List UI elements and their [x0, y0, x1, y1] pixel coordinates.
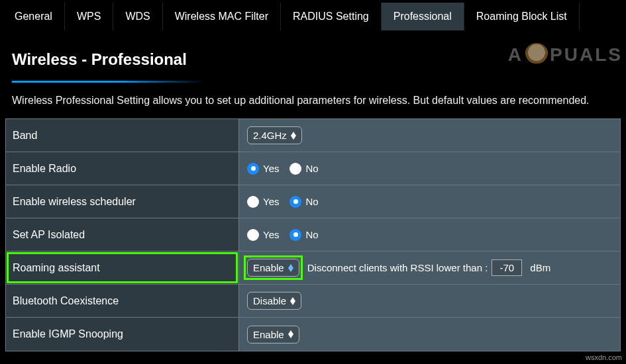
label-yes: Yes	[263, 196, 279, 207]
watermark-suffix: PUALS	[550, 44, 623, 66]
radio-enable-radio-yes[interactable]	[247, 163, 259, 175]
label-igmp: Enable IGMP Snooping	[6, 318, 239, 351]
updown-icon	[288, 330, 293, 338]
row-bluetooth: Bluetooth Coexistence Disable	[6, 285, 620, 318]
watermark-prefix: A	[508, 44, 523, 66]
settings-table: Band 2.4GHz Enable Radio Yes No Enable w…	[5, 118, 621, 351]
tab-bar: General WPS WDS Wireless MAC Filter RADI…	[0, 0, 626, 30]
cell-ap-isolated: Yes No	[239, 218, 620, 251]
tab-professional[interactable]: Professional	[382, 3, 464, 30]
label-band: Band	[6, 119, 239, 152]
title-divider	[12, 81, 204, 83]
label-no: No	[305, 163, 318, 174]
roaming-extra-text: Disconnect clients with RSSI lower than …	[307, 262, 488, 273]
roaming-select-value: Enable	[253, 262, 284, 273]
cell-scheduler: Yes No	[239, 185, 620, 218]
label-no: No	[305, 196, 318, 207]
radio-enable-radio-no[interactable]	[289, 163, 301, 175]
updown-icon	[290, 297, 295, 305]
radio-scheduler-no[interactable]	[289, 196, 301, 208]
roaming-select[interactable]: Enable	[247, 259, 299, 277]
bluetooth-select-value: Disable	[253, 295, 286, 306]
label-bluetooth: Bluetooth Coexistence	[6, 285, 239, 317]
rssi-unit: dBm	[530, 262, 550, 273]
cell-band: 2.4GHz	[239, 119, 620, 152]
label-enable-radio: Enable Radio	[6, 152, 239, 185]
label-yes: Yes	[263, 229, 279, 240]
updown-icon	[288, 264, 293, 272]
row-scheduler: Enable wireless scheduler Yes No	[6, 185, 620, 218]
tab-general[interactable]: General	[3, 3, 65, 30]
tab-wps[interactable]: WPS	[65, 3, 113, 30]
radio-scheduler-yes[interactable]	[247, 196, 259, 208]
radio-ap-isolated-no[interactable]	[289, 229, 301, 241]
tab-radius[interactable]: RADIUS Setting	[281, 3, 382, 30]
cell-roaming: Enable Disconnect clients with RSSI lowe…	[239, 251, 620, 284]
igmp-select-value: Enable	[253, 329, 284, 340]
label-roaming: Roaming assistant	[6, 251, 239, 284]
radio-ap-isolated-yes[interactable]	[247, 229, 259, 241]
footer-watermark: wsxdn.com	[586, 353, 622, 361]
row-enable-radio: Enable Radio Yes No	[6, 152, 620, 185]
row-ap-isolated: Set AP Isolated Yes No	[6, 218, 620, 251]
igmp-select[interactable]: Enable	[247, 326, 299, 343]
label-no: No	[305, 229, 318, 240]
page-description: Wireless Professional Setting allows you…	[0, 95, 626, 118]
cell-igmp: Enable	[239, 318, 620, 351]
row-band: Band 2.4GHz	[6, 119, 620, 152]
band-select-value: 2.4GHz	[253, 130, 287, 141]
mascot-icon	[525, 43, 548, 67]
watermark-logo: A PUALS	[508, 43, 623, 67]
label-scheduler: Enable wireless scheduler	[6, 185, 239, 218]
cell-bluetooth: Disable	[239, 285, 620, 317]
tab-wds[interactable]: WDS	[113, 3, 162, 30]
label-yes: Yes	[263, 163, 279, 174]
label-ap-isolated: Set AP Isolated	[6, 218, 239, 251]
tab-mac-filter[interactable]: Wireless MAC Filter	[163, 3, 281, 30]
cell-enable-radio: Yes No	[239, 152, 620, 185]
row-igmp: Enable IGMP Snooping Enable	[6, 318, 620, 351]
updown-icon	[291, 132, 296, 140]
rssi-input[interactable]	[492, 259, 522, 276]
band-select[interactable]: 2.4GHz	[247, 126, 302, 144]
tab-roaming-block[interactable]: Roaming Block List	[464, 3, 580, 30]
bluetooth-select[interactable]: Disable	[247, 292, 301, 310]
row-roaming-assistant: Roaming assistant Enable Disconnect clie…	[6, 251, 620, 285]
